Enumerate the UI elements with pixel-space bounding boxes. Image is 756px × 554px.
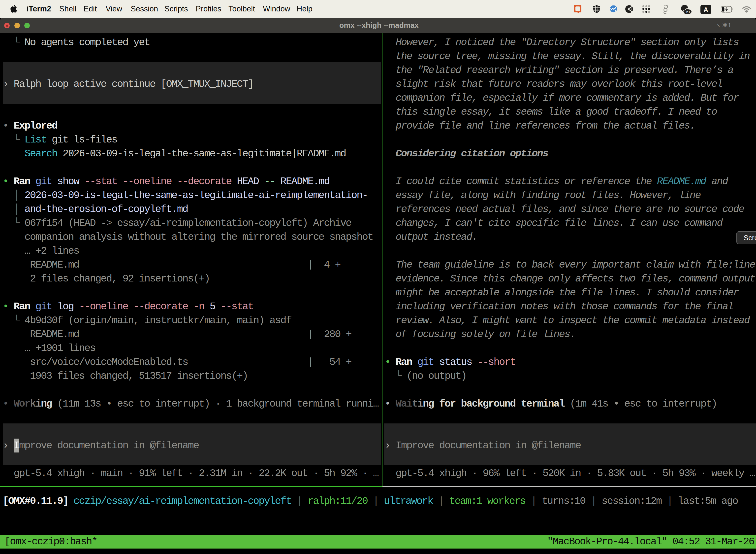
svg-text:..61: ..61 — [684, 10, 690, 14]
svg-text:A: A — [704, 6, 708, 13]
